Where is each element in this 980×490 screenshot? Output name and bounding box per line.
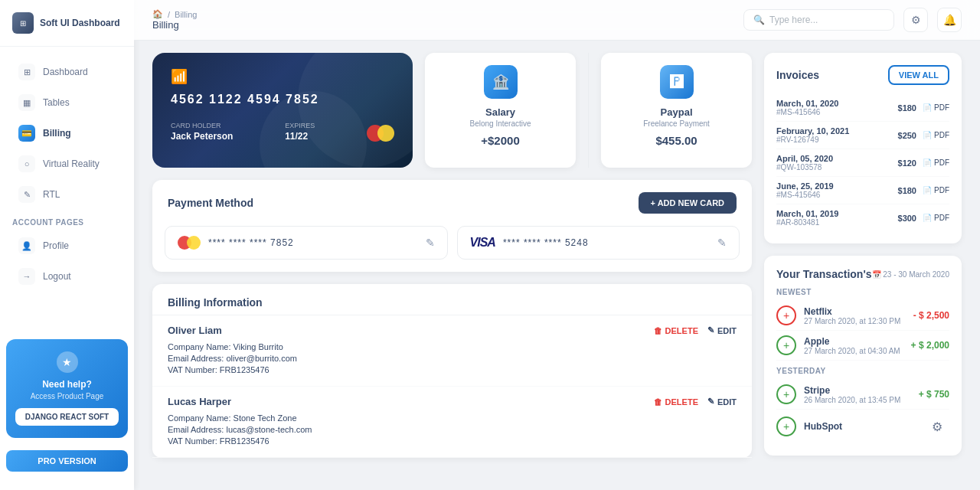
- tx-icon-hubspot: +: [776, 416, 796, 436]
- tx-amount-apple: + $ 2,000: [911, 340, 949, 351]
- payment-method-section: Payment Method + ADD NEW CARD **** **** …: [152, 180, 752, 272]
- paypal-icon: 🅿: [660, 65, 694, 99]
- sidebar-item-label: Billing: [43, 128, 71, 139]
- expires-label: Expires: [285, 122, 315, 129]
- right-panel: Invoices VIEW ALL March, 01, 2020 #MS-41…: [764, 53, 962, 478]
- tx-row-apple: + Apple 27 March 2020, at 04:30 AM + $ 2…: [776, 331, 949, 361]
- billing-name-2: Lucas Harper: [168, 396, 231, 407]
- sidebar-item-logout[interactable]: → Logout: [6, 262, 128, 291]
- tx-amount-netflix: - $ 2,500: [913, 310, 949, 321]
- home-icon: 🏠: [152, 9, 163, 19]
- edit-card-2-button[interactable]: ✎: [717, 237, 727, 249]
- invoice-amount-2: $250: [898, 131, 916, 140]
- card-holder-label: Card Holder: [171, 122, 233, 129]
- paypal-widget: 🅿 Paypal Freelance Payment $455.00: [601, 53, 752, 168]
- invoice-pdf-1[interactable]: 📄 PDF: [923, 103, 949, 112]
- invoice-right-4: $180 📄 PDF: [898, 186, 949, 195]
- tx-row-stripe: + Stripe 26 March 2020, at 13:45 PM + $ …: [776, 380, 949, 410]
- pro-version-button[interactable]: PRO VERSION: [6, 450, 128, 472]
- edit-button-2[interactable]: ✎ EDIT: [707, 397, 737, 407]
- search-input[interactable]: [769, 15, 884, 25]
- sidebar-item-label: Dashboard: [43, 67, 88, 77]
- sidebar-item-tables[interactable]: ▦ Tables: [6, 88, 128, 117]
- sidebar-item-rtl[interactable]: ✎ RTL: [6, 180, 128, 209]
- tx-icon-apple: +: [776, 335, 796, 355]
- tx-row-hubspot: + HubSpot ⚙: [776, 410, 949, 443]
- sidebar-item-virtual-reality[interactable]: ○ Virtual Reality: [6, 149, 128, 178]
- card-item-mastercard: **** **** **** 7852 ✎: [165, 226, 448, 260]
- invoice-amount-4: $180: [898, 186, 916, 195]
- topbar-right: 🔍 ⚙ 🔔: [743, 8, 962, 32]
- topbar: 🏠 / Billing Billing 🔍 ⚙ 🔔: [134, 0, 980, 41]
- invoice-date-1: March, 01, 2020: [776, 99, 838, 108]
- settings-icon-hubspot[interactable]: ⚙: [925, 414, 949, 439]
- credit-card: 📶 4562 1122 4594 7852 Card Holder Jack P…: [152, 53, 413, 168]
- billing-email-2: Email Address: lucas@stone-tech.com: [168, 425, 737, 434]
- invoice-right-1: $180 📄 PDF: [898, 103, 949, 113]
- paypal-amount: $455.00: [616, 134, 737, 147]
- sidebar-item-profile[interactable]: 👤 Profile: [6, 231, 128, 260]
- salary-widget: 🏦 Salary Belong Interactive +$2000: [425, 53, 576, 168]
- invoice-amount-3: $120: [898, 158, 916, 168]
- mc-yellow-circle: [377, 125, 394, 142]
- payment-method-title: Payment Method: [168, 197, 253, 209]
- invoice-date-5: March, 01, 2019: [776, 209, 838, 218]
- logo-text: Soft UI Dashboard: [40, 18, 120, 28]
- transactions-card: Your Transaction's 📅 23 - 30 March 2020 …: [764, 256, 962, 456]
- tx-name-netflix: Netflix: [804, 306, 906, 317]
- billing-vat-2: VAT Number: FRB1235476: [168, 436, 737, 446]
- transactions-date-range: 📅 23 - 30 March 2020: [872, 270, 950, 279]
- add-new-card-button[interactable]: + ADD NEW CARD: [639, 192, 737, 214]
- salary-amount: +$2000: [440, 134, 560, 147]
- invoice-pdf-3[interactable]: 📄 PDF: [923, 158, 949, 167]
- wifi-icon: 📶: [171, 68, 394, 85]
- invoice-pdf-5[interactable]: 📄 PDF: [923, 214, 949, 222]
- billing-entry-2-top: Lucas Harper 🗑 DELETE ✎ EDIT: [168, 396, 737, 407]
- sidebar-item-billing[interactable]: 💳 Billing: [6, 119, 128, 148]
- search-icon: 🔍: [753, 15, 765, 25]
- invoice-date-3: April, 05, 2020: [776, 154, 833, 163]
- profile-icon: 👤: [18, 237, 35, 254]
- settings-button[interactable]: ⚙: [903, 8, 928, 32]
- delete-button-1[interactable]: 🗑 DELETE: [654, 325, 698, 335]
- invoice-pdf-2[interactable]: 📄 PDF: [923, 131, 949, 139]
- breadcrumb-current: Billing: [175, 10, 197, 19]
- transactions-title: Your Transaction's: [776, 268, 871, 280]
- sidebar-item-label: Virtual Reality: [43, 158, 100, 169]
- invoice-id-2: #RV-126749: [776, 136, 849, 144]
- billing-icon: 💳: [18, 125, 35, 142]
- card-list: **** **** **** 7852 ✎ VISA **** **** ***…: [152, 226, 752, 272]
- sidebar-item-label: RTL: [43, 189, 60, 200]
- billing-company-1: Company Name: Viking Burrito: [168, 342, 737, 351]
- help-button[interactable]: DJANGO REACT SOFT: [15, 408, 119, 426]
- card-number: 4562 1122 4594 7852: [171, 93, 394, 106]
- invoice-pdf-4[interactable]: 📄 PDF: [923, 186, 949, 194]
- sidebar-item-label: Tables: [43, 97, 70, 108]
- mc-yellow-sm: [187, 236, 201, 250]
- invoice-id-1: #MS-415646: [776, 108, 838, 116]
- billing-name-1: Oliver Liam: [168, 325, 222, 336]
- view-all-button[interactable]: VIEW ALL: [888, 65, 949, 85]
- invoice-id-3: #QW-103578: [776, 163, 833, 172]
- tx-info-netflix: Netflix 27 March 2020, at 12:30 PM: [804, 306, 906, 325]
- salary-label: Salary: [440, 106, 560, 118]
- edit-card-1-button[interactable]: ✎: [426, 237, 435, 249]
- search-box[interactable]: 🔍: [743, 9, 894, 31]
- tx-name-hubspot: HubSpot: [804, 421, 917, 432]
- tx-info-apple: Apple 27 March 2020, at 04:30 AM: [804, 336, 903, 355]
- invoice-row-1: March, 01, 2020 #MS-415646 $180 📄 PDF: [776, 94, 949, 122]
- card-expires-info: Expires 11/22: [285, 122, 315, 142]
- invoices-card: Invoices VIEW ALL March, 01, 2020 #MS-41…: [764, 53, 962, 243]
- delete-button-2[interactable]: 🗑 DELETE: [654, 397, 698, 407]
- tx-date-stripe: 26 March 2020, at 13:45 PM: [804, 396, 911, 404]
- notifications-button[interactable]: 🔔: [937, 8, 962, 32]
- card-bottom: Card Holder Jack Peterson Expires 11/22: [171, 122, 394, 142]
- invoice-right-2: $250 📄 PDF: [898, 131, 949, 140]
- sidebar-nav: ⊞ Dashboard ▦ Tables 💳 Billing ○ Virtual…: [0, 47, 134, 333]
- invoices-header: Invoices VIEW ALL: [776, 65, 949, 85]
- edit-icon-2: ✎: [707, 397, 714, 407]
- mastercard-logo: [367, 125, 394, 142]
- tx-info-hubspot: HubSpot: [804, 421, 917, 432]
- sidebar-item-dashboard[interactable]: ⊞ Dashboard: [6, 57, 128, 87]
- edit-button-1[interactable]: ✎ EDIT: [707, 325, 737, 335]
